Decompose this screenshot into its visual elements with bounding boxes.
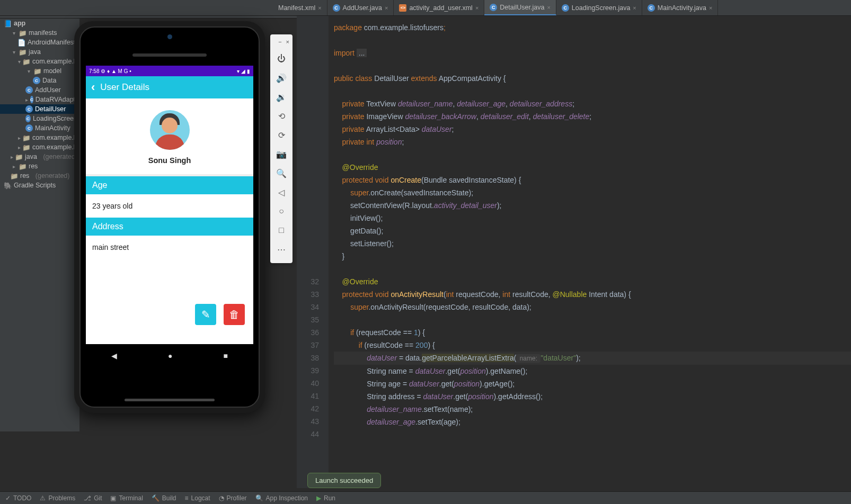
rotate-left-button[interactable]: ⟲ [270, 106, 292, 125]
folder-icon [23, 58, 30, 65]
android-status-bar: 7:58 ⚙ ♦ ▲ M G • ▾ ◢ ▮ [86, 66, 253, 76]
profiler-icon: ◔ [219, 494, 224, 502]
phone-camera-icon [167, 34, 172, 39]
file-label: activity_add_user.xml [409, 4, 473, 12]
tree-mainactivity[interactable]: CMainActivity [0, 123, 79, 133]
nav-recent-icon[interactable]: ■ [224, 352, 228, 360]
app-inspection-tool[interactable]: 🔍App Inspection [255, 494, 308, 502]
file-label: DetailUser.java [500, 4, 544, 11]
code-editor[interactable]: 32 33 34 35 36 37 38 39 40 41 42 43 44 p… [297, 16, 851, 488]
tree-java-folder[interactable]: ▾java [0, 47, 79, 57]
tree-adduser[interactable]: CAddUser [0, 85, 79, 95]
folder-icon [19, 48, 26, 56]
code-content[interactable]: package com.example.listofusers; import … [329, 16, 851, 488]
emulator-frame: 7:58 ⚙ ♦ ▲ M G • ▾ ◢ ▮ ‹ User Details So… [74, 21, 265, 413]
editor-tab-adduser[interactable]: C AddUser.java × [327, 0, 394, 15]
power-button[interactable]: ⏻ [270, 49, 292, 68]
close-icon[interactable]: × [709, 5, 712, 11]
android-nav-bar: ◀ ● ■ [86, 344, 253, 367]
tree-package2[interactable]: ▸com.example.listofusers [0, 133, 79, 142]
editor-tab-activity-xml[interactable]: <> activity_add_user.xml × [394, 0, 484, 15]
home-button[interactable]: ○ [270, 202, 292, 221]
rotate-right-button[interactable]: ⟳ [270, 125, 292, 145]
back-button[interactable]: ◁ [270, 183, 292, 202]
caret-icon: ▸ [18, 135, 21, 141]
editor-tab-mainactivity[interactable]: C MainActivity.java × [642, 0, 719, 15]
gradle-icon [4, 182, 12, 189]
class-icon: C [25, 115, 31, 122]
caret-icon: ▾ [18, 59, 21, 65]
class-icon: C [33, 77, 40, 84]
close-icon[interactable]: × [385, 5, 388, 11]
tree-android-manifest[interactable]: AndroidManifest.xml [0, 38, 79, 47]
volume-up-button[interactable]: 🔊 [270, 68, 292, 87]
tree-res-gen[interactable]: res (generated) [0, 171, 79, 181]
back-arrow-icon[interactable]: ‹ [91, 80, 95, 94]
age-header: Age [86, 176, 253, 194]
tree-manifests[interactable]: ▾manifests [0, 28, 79, 38]
tree-gradle[interactable]: Gradle Scripts [0, 181, 79, 190]
close-icon[interactable]: × [475, 5, 478, 11]
folder-icon [11, 172, 18, 179]
caret-icon: ▸ [11, 154, 13, 160]
project-tree[interactable]: app ▾manifests AndroidManifest.xml ▾java… [0, 19, 79, 431]
close-icon[interactable]: × [286, 39, 289, 45]
caret-icon: ▾ [25, 68, 32, 74]
close-icon[interactable]: × [318, 5, 321, 11]
problems-tool[interactable]: ⚠Problems [40, 494, 75, 502]
more-button[interactable]: ⋯ [270, 240, 292, 259]
folder-icon [15, 153, 23, 160]
branch-icon: ⎇ [84, 494, 91, 502]
trash-icon: 🗑 [229, 309, 240, 321]
logcat-tool[interactable]: ≡Logcat [185, 494, 210, 502]
phone-chin-icon [125, 399, 215, 401]
check-icon: ✓ [5, 494, 11, 502]
run-icon: ▶ [316, 494, 321, 502]
editor-tab-detailuser[interactable]: C DetailUser.java × [484, 0, 556, 15]
delete-button[interactable]: 🗑 [224, 304, 245, 325]
folder-icon [23, 143, 30, 151]
java-file-icon: C [562, 4, 569, 12]
xml-file-icon: <> [399, 4, 406, 12]
tree-detailuser[interactable]: CDetailUser [0, 104, 79, 114]
avatar-icon [150, 110, 190, 150]
tree-java-gen[interactable]: ▸java (generated) [0, 152, 79, 161]
address-header: Address [86, 218, 253, 236]
terminal-tool[interactable]: ▣Terminal [110, 494, 143, 502]
tree-app[interactable]: app [0, 19, 79, 28]
tree-loading[interactable]: CLoadingScreen [0, 114, 79, 123]
hammer-icon: 🔨 [152, 494, 159, 502]
tree-package3[interactable]: ▸com.example.listofusers [0, 142, 79, 152]
nav-back-icon[interactable]: ◀ [111, 352, 117, 360]
todo-tool[interactable]: ✓TODO [5, 494, 31, 502]
run-tool[interactable]: ▶Run [316, 494, 335, 502]
minimize-icon[interactable]: − [278, 39, 281, 45]
close-icon[interactable]: × [547, 4, 550, 11]
build-tool[interactable]: 🔨Build [152, 494, 176, 502]
camera-button[interactable]: 📷 [270, 145, 292, 164]
profiler-tool[interactable]: ◔Profiler [219, 494, 247, 502]
tree-package[interactable]: ▾com.example.listofusers [0, 57, 79, 66]
close-icon[interactable]: × [633, 5, 636, 11]
edit-button[interactable]: ✎ [195, 304, 216, 325]
caret-icon: ▸ [18, 145, 21, 150]
zoom-button[interactable]: 🔍 [270, 164, 292, 183]
git-tool[interactable]: ⎇Git [84, 494, 102, 502]
volume-down-button[interactable]: 🔉 [270, 87, 292, 106]
editor-tab-manifest[interactable]: Manifest.xml × [273, 0, 327, 15]
tree-data-class[interactable]: CData [0, 76, 79, 85]
caret-icon: ▾ [11, 49, 17, 55]
bottom-toolbar: ✓TODO ⚠Problems ⎇Git ▣Terminal 🔨Build ≡L… [0, 491, 851, 504]
logcat-icon: ≡ [185, 494, 189, 502]
profile-section: Sonu Singh [86, 98, 253, 176]
tree-datarva[interactable]: ▸CDataRVAdapter [0, 95, 79, 104]
tree-model-folder[interactable]: ▾model [0, 66, 79, 76]
tree-res[interactable]: ▸res [0, 161, 79, 171]
launch-succeeded-tooltip: Launch succeeded [307, 473, 381, 488]
file-label: AddUser.java [343, 4, 382, 12]
emulator-screen[interactable]: 7:58 ⚙ ♦ ▲ M G • ▾ ◢ ▮ ‹ User Details So… [86, 66, 253, 367]
editor-tab-loadingscreen[interactable]: C LoadingScreen.java × [556, 0, 642, 15]
overview-button[interactable]: □ [270, 221, 292, 240]
file-label: MainActivity.java [658, 4, 706, 12]
nav-home-icon[interactable]: ● [168, 352, 172, 360]
